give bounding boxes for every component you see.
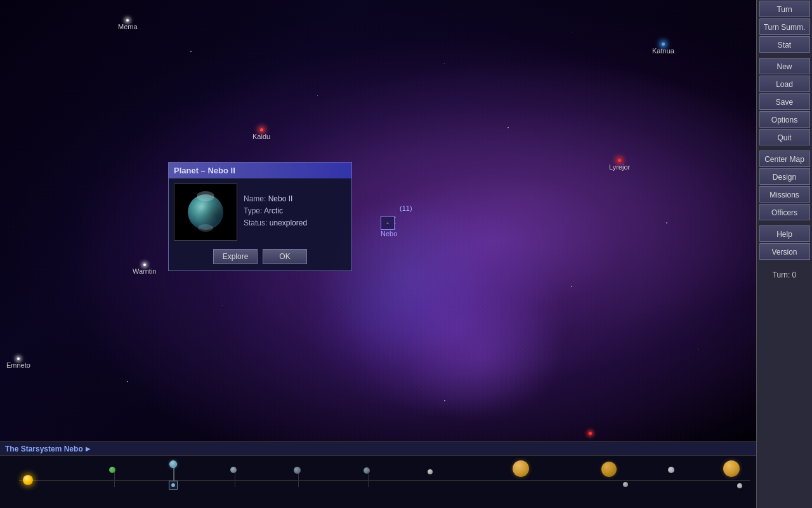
orbit-giant-8[interactable]	[601, 462, 617, 477]
star-katnua[interactable]: Katnua	[652, 43, 674, 55]
help-button[interactable]: Help	[759, 225, 810, 242]
star-kaidu[interactable]: Kaidu	[252, 128, 270, 140]
star-warntin[interactable]: Warntin	[133, 264, 157, 275]
orbit-planet-4[interactable]	[294, 467, 301, 474]
sidebar: Turn Turn Summ. Stat New Load Save Optio…	[756, 0, 812, 508]
quit-button[interactable]: Quit	[759, 129, 810, 145]
svg-point-3	[198, 224, 213, 232]
turn-button[interactable]: Turn	[759, 1, 810, 17]
orbit-planet-5[interactable]	[363, 467, 370, 474]
center-map-button[interactable]: Center Map	[759, 150, 810, 167]
star-lyrejor[interactable]: Lyrejor	[609, 159, 630, 171]
orbit-giant-7[interactable]	[513, 460, 529, 477]
svg-point-2	[197, 191, 214, 201]
system-name: The Starsystem Nebo	[5, 444, 83, 453]
turn-summ-button[interactable]: Turn Summ.	[759, 18, 810, 35]
planet-status-row: Status: unexplored	[244, 218, 346, 227]
bottom-bar: The Starsystem Nebo ▶	[0, 441, 756, 508]
orbit-planet-2-selected[interactable]	[169, 460, 178, 490]
missions-button[interactable]: Missions	[759, 186, 810, 203]
star-emneto[interactable]: Emneto	[6, 358, 30, 369]
new-button[interactable]: New	[759, 58, 810, 74]
orbit-moon-9[interactable]	[668, 467, 674, 473]
dialog-title: Planet – Nebo II	[169, 163, 351, 178]
orbit-moon-sub2[interactable]	[737, 483, 742, 488]
nebo-dots: · · ·	[395, 215, 396, 232]
system-name-bar: The Starsystem Nebo ▶	[0, 442, 756, 456]
planet-type-row: Type: Arctic	[244, 206, 346, 215]
ok-button[interactable]: OK	[263, 249, 307, 264]
orbit-planet-1[interactable]	[109, 467, 115, 473]
star-mema[interactable]: Mema	[118, 19, 138, 30]
version-button[interactable]: Version	[759, 243, 810, 260]
orbit-giant-10[interactable]	[723, 460, 740, 477]
planet-dialog: Planet – Nebo II	[168, 162, 352, 271]
save-button[interactable]: Save	[759, 93, 810, 110]
options-button[interactable]: Options	[759, 111, 810, 128]
design-button[interactable]: Design	[759, 168, 810, 185]
turn-counter: Turn: 0	[773, 271, 797, 279]
orbit-planet-3[interactable]	[230, 467, 237, 473]
orbit-moon-sub[interactable]	[623, 482, 628, 487]
officers-button[interactable]: Officers	[759, 204, 810, 220]
planet-image	[174, 184, 237, 241]
orbit-moon-6[interactable]	[428, 469, 433, 474]
planet-name-row: Name: Nebo II	[244, 194, 346, 203]
stat-button[interactable]: Stat	[759, 36, 810, 53]
load-button[interactable]: Load	[759, 76, 810, 92]
planet-info: Name: Nebo II Type: Arctic Status: unexp…	[244, 184, 346, 241]
nebo-star-marker[interactable]: (11) + · · · Nebo	[381, 216, 395, 230]
system-arrow: ▶	[86, 445, 91, 452]
orbit-star[interactable]	[23, 475, 33, 485]
nebo-label: Nebo	[381, 230, 397, 237]
nebo-count: (11)	[400, 204, 412, 212]
orbital-track	[0, 455, 756, 505]
explore-button[interactable]: Explore	[213, 249, 258, 264]
